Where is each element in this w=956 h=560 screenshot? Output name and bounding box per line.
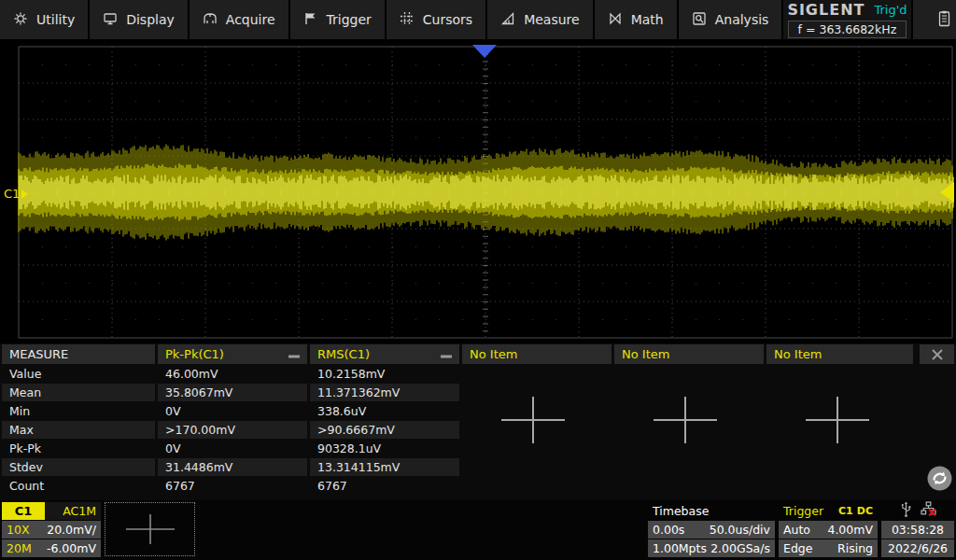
close-icon <box>931 348 944 361</box>
lan-icon <box>921 501 936 521</box>
math-icon <box>608 11 623 29</box>
channel-coupling: AC1M <box>45 502 101 520</box>
display-icon <box>103 11 118 29</box>
frequency-readout: f = 363.6682kHz <box>788 21 907 38</box>
reset-statistics-button[interactable] <box>926 465 953 496</box>
menu-item-analysis[interactable]: Analysis <box>679 0 782 39</box>
trigger-mode: Auto <box>783 523 810 537</box>
measurement-column-empty-3[interactable]: No Item <box>766 344 913 364</box>
trigger-descriptor[interactable]: Trigger C1DC Auto4.00mV EdgeRising <box>779 502 878 557</box>
menu-item-trigger[interactable]: Trigger <box>290 0 385 39</box>
trigger-type: Edge <box>783 541 812 555</box>
active-channel-indicator[interactable]: C1 <box>913 0 956 39</box>
menu-item-utility[interactable]: Utility <box>0 0 88 39</box>
menu-item-label: Analysis <box>715 12 769 27</box>
add-measurement-button[interactable] <box>498 393 569 451</box>
clock-time: 03:58:28 <box>881 521 954 539</box>
channel-offset-label: C1 <box>4 187 20 201</box>
timebase-descriptor[interactable]: Timebase 0.00s50.0us/div 1.00Mpts2.00GSa… <box>648 502 775 557</box>
stat-label: Min <box>2 402 155 420</box>
gear-icon <box>13 11 28 29</box>
menu-item-cursors[interactable]: Cursors <box>387 0 485 39</box>
add-measurement-button[interactable] <box>802 393 873 451</box>
add-measurement-button[interactable] <box>650 393 721 451</box>
stat-label: Stdev <box>2 458 155 476</box>
bandwidth-limit: 20M <box>7 541 32 555</box>
measurement-column-pkpk[interactable]: Pk-Pk(C1) <box>158 344 307 364</box>
measure-header-row: MEASURE Pk-Pk(C1) RMS(C1) No Item No Ite… <box>2 344 954 364</box>
stat-value: 6767 <box>310 477 459 495</box>
measurement-column-empty-1[interactable]: No Item <box>462 344 612 364</box>
stat-value: 338.6uV <box>310 402 459 420</box>
add-channel-button[interactable] <box>105 502 195 556</box>
stat-value: 0V <box>158 440 307 457</box>
stat-value: 10.2158mV <box>310 365 459 383</box>
measure-panel-title: MEASURE <box>2 344 155 364</box>
remove-measurement-icon[interactable] <box>441 347 452 361</box>
vertical-scale: 20.0mV/ <box>47 523 96 537</box>
probe-attenuation: 10X <box>7 523 29 537</box>
stat-label: Max <box>2 421 155 439</box>
plus-icon <box>123 511 177 547</box>
flag-icon <box>303 11 318 29</box>
refresh-icon <box>926 465 953 492</box>
menu-item-math[interactable]: Math <box>595 0 677 39</box>
trigger-title: Trigger <box>783 504 823 518</box>
stat-label: Value <box>2 365 155 383</box>
measurement-name: RMS(C1) <box>317 347 370 361</box>
stat-value: 13.314115mV <box>310 458 459 476</box>
trigger-position-marker[interactable] <box>472 45 497 58</box>
measurement-column-rms[interactable]: RMS(C1) <box>310 344 459 364</box>
menu-item-measure[interactable]: Measure <box>487 0 593 39</box>
measure-icon <box>500 11 515 29</box>
menu-bar: Utility Display Acquire Trigger Cursors … <box>0 0 956 39</box>
stat-label: Count <box>2 477 155 495</box>
trigger-source: C1 <box>838 505 853 517</box>
stat-value: >170.00mV <box>158 421 307 439</box>
channel-offset-marker[interactable]: C1 <box>4 187 28 201</box>
menu-item-label: Display <box>126 12 175 27</box>
horizontal-delay: 0.00s <box>653 523 684 537</box>
brand-status-block: SIGLENT Trig'd f = 363.6682kHz <box>783 0 910 39</box>
trigger-coupling: DC <box>857 505 873 517</box>
menu-item-label: Math <box>631 12 664 27</box>
stat-value: 0V <box>158 402 307 420</box>
menu-item-label: Acquire <box>226 12 275 27</box>
stat-value: 31.4486mV <box>158 458 307 476</box>
measurement-column-empty-2[interactable]: No Item <box>614 344 764 364</box>
menu-item-label: Measure <box>524 12 580 27</box>
system-status-block: 03:58:28 2022/6/26 <box>881 502 954 557</box>
remove-measurement-icon[interactable] <box>288 347 300 361</box>
stat-label: Mean <box>2 384 155 401</box>
table-row: Stdev31.4486mV13.314115mV <box>2 458 954 476</box>
stat-value: 11.371362mV <box>310 384 459 401</box>
waveform <box>0 39 956 343</box>
brand-logo: SIGLENT <box>787 1 865 19</box>
table-row: Value46.00mV10.2158mV <box>2 365 954 383</box>
stat-label: Pk-Pk <box>2 440 155 457</box>
channel-descriptor-c1[interactable]: C1 AC1M 10X20.0mV/ 20M-6.00mV <box>2 502 101 557</box>
vertical-offset: -6.00mV <box>47 541 96 555</box>
table-row: Count67676767 <box>2 477 954 495</box>
measurement-name: Pk-Pk(C1) <box>165 347 224 361</box>
bottom-status-bar: C1 AC1M 10X20.0mV/ 20M-6.00mV Timebase 0… <box>0 500 956 560</box>
clipboard-icon <box>937 10 951 30</box>
analysis-icon <box>692 11 707 29</box>
sample-rate: 2.00GSa/s <box>710 541 770 555</box>
close-measure-panel-button[interactable] <box>920 344 954 364</box>
acquire-icon <box>203 11 218 29</box>
stat-value: >90.6667mV <box>310 421 459 439</box>
plus-icon <box>498 393 569 447</box>
trigger-level-marker[interactable] <box>940 182 954 203</box>
channel-badge: C1 <box>2 502 45 520</box>
stat-value: 90328.1uV <box>310 440 459 457</box>
stat-value: 6767 <box>158 477 307 495</box>
waveform-display-area: C1 <box>0 39 956 343</box>
menu-item-label: Cursors <box>423 12 472 27</box>
cursors-icon <box>400 11 415 29</box>
menu-item-display[interactable]: Display <box>90 0 188 39</box>
trigger-level: 4.00mV <box>827 523 873 537</box>
menu-item-acquire[interactable]: Acquire <box>190 0 288 39</box>
usb-icon <box>900 501 912 521</box>
memory-depth: 1.00Mpts <box>653 541 707 555</box>
